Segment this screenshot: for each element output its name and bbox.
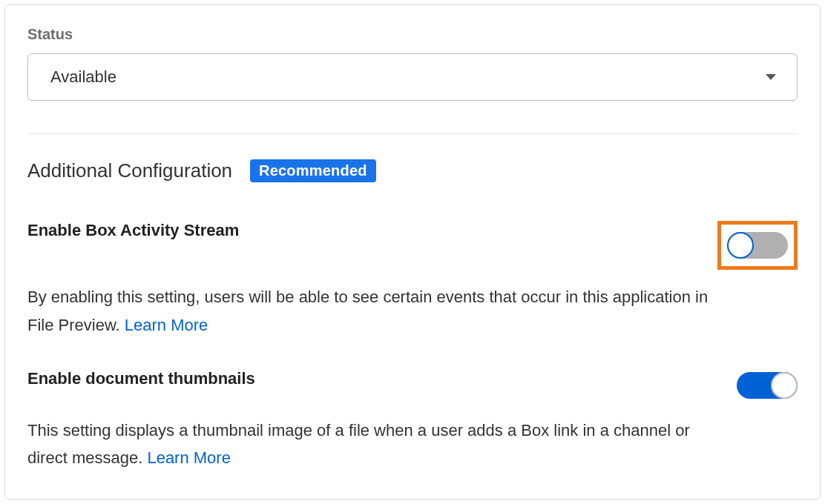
toggle-knob	[771, 372, 798, 399]
activity-stream-toggle[interactable]	[727, 232, 788, 259]
status-section: Status Available	[27, 26, 798, 101]
toggle-knob	[727, 232, 754, 259]
setting-description: This setting displays a thumbnail image …	[27, 417, 710, 473]
status-select-value: Available	[50, 67, 116, 87]
setting-description: By enabling this setting, users will be …	[27, 283, 710, 339]
section-header: Additional Configuration Recommended	[27, 159, 798, 182]
section-title: Additional Configuration	[27, 159, 232, 182]
setting-title: Enable Box Activity Stream	[27, 221, 239, 240]
toggle-container	[737, 369, 798, 399]
setting-title: Enable document thumbnails	[27, 369, 255, 388]
toggle-highlight-box	[717, 221, 798, 270]
status-label: Status	[27, 26, 798, 43]
setting-desc-text: This setting displays a thumbnail image …	[27, 421, 690, 468]
section-divider	[27, 133, 798, 134]
recommended-badge: Recommended	[250, 159, 376, 182]
learn-more-link[interactable]: Learn More	[147, 448, 231, 467]
setting-document-thumbnails: Enable document thumbnails This setting …	[27, 369, 798, 473]
learn-more-link[interactable]: Learn More	[125, 316, 208, 334]
caret-down-icon	[766, 74, 776, 80]
status-select[interactable]: Available	[27, 53, 798, 101]
settings-panel: Status Available Additional Configuratio…	[4, 4, 821, 500]
setting-activity-stream: Enable Box Activity Stream By enabling t…	[27, 221, 798, 339]
document-thumbnails-toggle[interactable]	[737, 372, 798, 399]
